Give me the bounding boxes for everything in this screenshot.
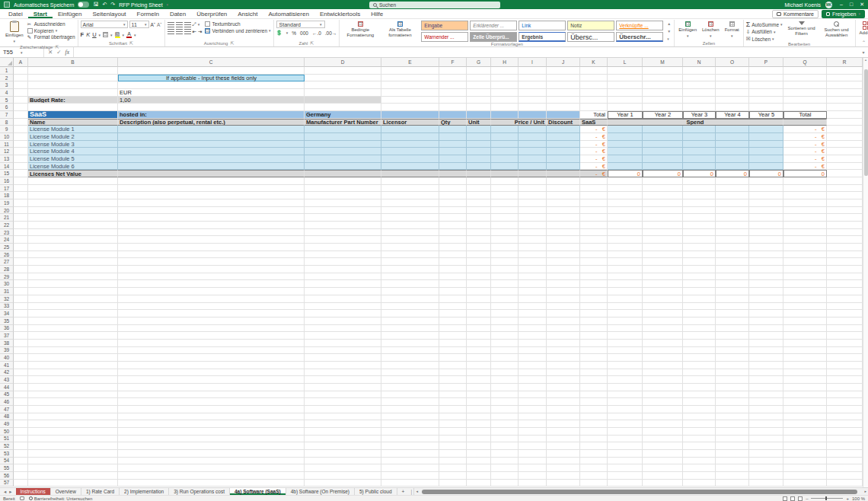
gallery-down-icon[interactable]: ▼ xyxy=(667,29,671,34)
cell-F7[interactable] xyxy=(439,111,467,119)
cell-C6[interactable] xyxy=(118,104,305,111)
align-top-icon[interactable] xyxy=(168,22,174,27)
cell-C18[interactable] xyxy=(118,192,305,199)
cell-M21[interactable] xyxy=(643,214,683,222)
cell-G21[interactable] xyxy=(467,214,491,222)
cell-J5[interactable] xyxy=(547,97,580,104)
cell-G50[interactable] xyxy=(467,428,491,436)
fill-color-button[interactable]: ▧ xyxy=(115,32,120,38)
zoom-level[interactable]: 100 % xyxy=(852,496,865,501)
cell-C19[interactable] xyxy=(118,199,305,207)
cell-G22[interactable] xyxy=(467,222,491,229)
cell-D39[interactable] xyxy=(305,347,381,355)
row-header-54[interactable]: 54 xyxy=(0,458,14,465)
cell-J38[interactable] xyxy=(547,340,580,347)
cell-F16[interactable] xyxy=(439,177,467,185)
cell-O22[interactable] xyxy=(716,222,749,229)
cell-L21[interactable] xyxy=(608,214,643,222)
tab-entwicklertools[interactable]: Entwicklertools xyxy=(314,9,365,18)
cell-L27[interactable] xyxy=(608,258,643,266)
row-header-21[interactable]: 21 xyxy=(0,214,14,222)
cell-M18[interactable] xyxy=(643,192,683,199)
cell-K3[interactable] xyxy=(580,81,608,89)
cell-M53[interactable] xyxy=(643,450,683,458)
cell-H43[interactable] xyxy=(491,376,519,384)
cell-L7[interactable]: Year 1 xyxy=(608,111,643,119)
cell-F14[interactable] xyxy=(439,163,467,171)
cell-H11[interactable] xyxy=(491,141,519,148)
cell-P11[interactable] xyxy=(749,141,783,148)
cell-D11[interactable] xyxy=(305,141,381,148)
cell-R38[interactable] xyxy=(827,340,863,347)
cell-J3[interactable] xyxy=(547,81,580,89)
cell-P6[interactable] xyxy=(749,104,783,111)
cell-E37[interactable] xyxy=(381,332,439,340)
cell-C22[interactable] xyxy=(118,222,305,229)
cell-J50[interactable] xyxy=(547,428,580,436)
cell-M39[interactable] xyxy=(643,347,683,355)
cell-B42[interactable] xyxy=(28,369,118,377)
cell-A36[interactable] xyxy=(14,325,28,333)
cell-A1[interactable] xyxy=(14,67,28,75)
clipboard-dialog-launcher-icon[interactable]: ⇱ xyxy=(55,44,59,49)
cell-P16[interactable] xyxy=(749,177,783,185)
scroll-up-icon[interactable]: ▲ xyxy=(864,58,867,62)
cell-J27[interactable] xyxy=(547,258,580,266)
cell-M16[interactable] xyxy=(643,177,683,185)
cell-O50[interactable] xyxy=(716,428,749,436)
sheet-tab-overview[interactable]: Overview xyxy=(51,488,81,495)
cell-R48[interactable] xyxy=(827,413,863,421)
cell-O49[interactable] xyxy=(716,420,749,428)
cell-O46[interactable] xyxy=(716,398,749,406)
tab-ueberpruefen[interactable]: Überprüfen xyxy=(191,9,232,18)
cell-R6[interactable] xyxy=(827,104,863,111)
cell-R52[interactable] xyxy=(827,442,863,450)
cell-R23[interactable] xyxy=(827,229,863,237)
cell-I55[interactable] xyxy=(519,464,547,472)
cell-E39[interactable] xyxy=(381,347,439,355)
autosum-button[interactable]: ΣAutoSumme▾ xyxy=(746,21,783,27)
cell-N19[interactable] xyxy=(683,199,716,207)
sheet-tab-public-cloud[interactable]: 5) Public cloud xyxy=(355,488,397,495)
cell-C34[interactable] xyxy=(118,310,305,318)
cell-F52[interactable] xyxy=(439,442,467,450)
cell-L34[interactable] xyxy=(608,310,643,318)
cell-M2[interactable] xyxy=(643,75,683,82)
cell-A38[interactable] xyxy=(14,340,28,347)
cell-I33[interactable] xyxy=(519,303,547,311)
cell-B6[interactable] xyxy=(28,104,118,111)
cell-H25[interactable] xyxy=(491,244,519,251)
cell-G56[interactable] xyxy=(467,472,491,480)
cell-F9[interactable] xyxy=(439,126,467,133)
cell-K11[interactable]: - € xyxy=(580,141,608,148)
cell-H48[interactable] xyxy=(491,413,519,421)
cell-M37[interactable] xyxy=(643,332,683,340)
row-header-2[interactable]: 2 xyxy=(0,75,14,82)
cell-A45[interactable] xyxy=(14,391,28,399)
cell-P15[interactable]: 0 xyxy=(749,170,783,177)
cell-F55[interactable] xyxy=(439,464,467,472)
cell-I40[interactable] xyxy=(519,354,547,362)
cell-J31[interactable] xyxy=(547,288,580,295)
cell-F42[interactable] xyxy=(439,369,467,377)
cell-M48[interactable] xyxy=(643,413,683,421)
cell-I28[interactable] xyxy=(519,266,547,273)
cell-N31[interactable] xyxy=(683,288,716,295)
cell-D19[interactable] xyxy=(305,199,381,207)
cell-C48[interactable] xyxy=(118,413,305,421)
cell-P32[interactable] xyxy=(749,295,783,303)
cell-J49[interactable] xyxy=(547,420,580,428)
align-middle-icon[interactable] xyxy=(176,22,183,27)
cell-P50[interactable] xyxy=(749,428,783,436)
cell-M47[interactable] xyxy=(643,406,683,413)
cell-K33[interactable] xyxy=(580,303,608,311)
cell-N54[interactable] xyxy=(683,458,716,465)
cell-M26[interactable] xyxy=(643,251,683,259)
cell-G38[interactable] xyxy=(467,340,491,347)
cell-K56[interactable] xyxy=(580,472,608,480)
cell-I30[interactable] xyxy=(519,280,547,288)
cell-H17[interactable] xyxy=(491,185,519,193)
cell-I44[interactable] xyxy=(519,384,547,391)
cell-G29[interactable] xyxy=(467,273,491,281)
cell-I31[interactable] xyxy=(519,288,547,295)
